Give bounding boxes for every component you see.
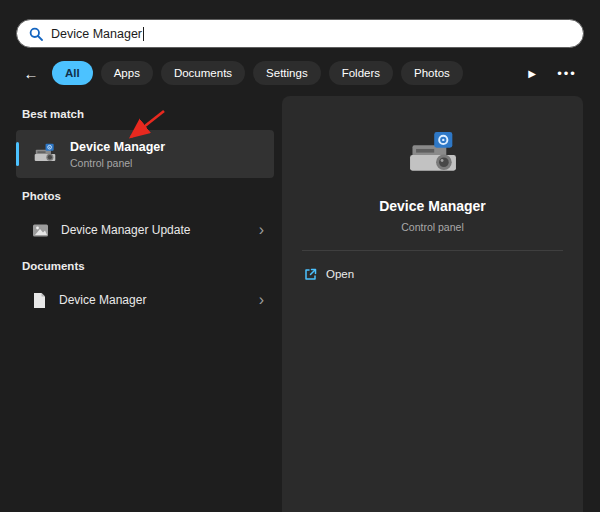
- play-icon[interactable]: ▶: [520, 68, 544, 79]
- result-device-manager[interactable]: Device Manager Control panel: [16, 130, 274, 178]
- result-subtitle: Control panel: [70, 157, 165, 169]
- result-title: Device Manager Update: [61, 223, 190, 237]
- preview-subtitle: Control panel: [282, 221, 583, 233]
- divider: [302, 250, 563, 251]
- results-list: Best match Device Manager Control panel: [16, 96, 274, 318]
- device-manager-icon: [32, 141, 58, 167]
- tab-photos[interactable]: Photos: [401, 61, 463, 85]
- tab-settings[interactable]: Settings: [253, 61, 321, 85]
- search-query-text: Device Manager: [51, 27, 142, 41]
- document-icon: [32, 292, 47, 309]
- selection-accent-bar: [16, 142, 19, 166]
- text-caret: [143, 27, 144, 41]
- result-device-manager-doc[interactable]: Device Manager ›: [16, 282, 274, 318]
- search-icon: [29, 27, 43, 41]
- search-input[interactable]: Device Manager: [16, 19, 584, 48]
- result-device-manager-update[interactable]: Device Manager Update ›: [16, 212, 274, 248]
- result-title: Device Manager: [70, 140, 165, 154]
- result-title: Device Manager: [59, 293, 146, 307]
- tab-all[interactable]: All: [52, 61, 93, 85]
- tab-documents[interactable]: Documents: [161, 61, 245, 85]
- search-scope-bar: ← All Apps Documents Settings Folders Ph…: [18, 60, 584, 86]
- device-manager-large-icon: [282, 126, 583, 184]
- chevron-right-icon[interactable]: ›: [259, 222, 264, 238]
- open-action[interactable]: Open: [290, 257, 575, 291]
- photos-header: Photos: [22, 190, 274, 202]
- preview-panel: Device Manager Control panel Open: [282, 96, 583, 512]
- tab-apps[interactable]: Apps: [101, 61, 153, 85]
- back-button[interactable]: ←: [18, 65, 44, 82]
- open-icon: [304, 268, 317, 281]
- more-options-icon[interactable]: •••: [552, 66, 582, 81]
- chevron-right-icon[interactable]: ›: [259, 292, 264, 308]
- preview-title: Device Manager: [282, 198, 583, 214]
- start-search-flyout: Device Manager ← All Apps Documents Sett…: [0, 0, 600, 512]
- documents-header: Documents: [22, 260, 274, 272]
- open-label: Open: [326, 268, 354, 280]
- tab-folders[interactable]: Folders: [329, 61, 393, 85]
- best-match-header: Best match: [22, 108, 274, 120]
- photo-icon: [32, 222, 49, 239]
